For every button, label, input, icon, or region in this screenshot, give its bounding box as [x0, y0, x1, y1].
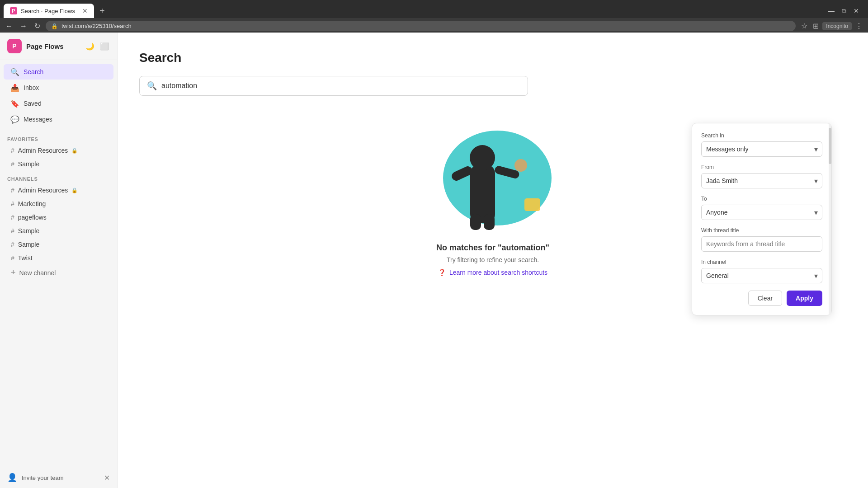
nav-item-inbox[interactable]: 📥 Inbox: [4, 80, 113, 95]
invite-icon: 👤: [7, 473, 17, 483]
channel-twist-label: Twist: [18, 254, 33, 262]
address-bar[interactable]: 🔒 twist.com/a/225310/search: [46, 21, 796, 31]
hashtag-icon-admin: #: [11, 187, 14, 194]
page-title: Search: [139, 51, 846, 65]
channel-item-sample1[interactable]: # Sample: [4, 225, 113, 237]
nav-item-saved-label: Saved: [24, 100, 42, 107]
address-text: twist.com/a/225310/search: [61, 23, 132, 29]
new-channel-label: New channel: [19, 269, 56, 277]
with-thread-title-label: With thread title: [701, 227, 822, 234]
main-content: Search 🔍 automation: [118, 33, 868, 488]
svg-point-3: [470, 145, 495, 170]
lock-icon: 🔒: [51, 23, 58, 29]
channel-item-marketing[interactable]: # Marketing: [4, 197, 113, 210]
add-channel-icon: +: [11, 268, 16, 277]
nav-item-inbox-label: Inbox: [24, 84, 39, 91]
channel-marketing-label: Marketing: [18, 200, 46, 207]
lock-icon-admin: 🔒: [71, 188, 78, 193]
search-nav-icon: 🔍: [11, 68, 19, 76]
forward-button[interactable]: →: [18, 20, 29, 32]
scrollbar-track: [829, 123, 831, 315]
channel-sample2-label: Sample: [18, 241, 39, 248]
channel-admin-resources-label: Admin Resources: [18, 187, 68, 194]
to-label: To: [701, 196, 822, 202]
saved-nav-icon: 🔖: [11, 99, 19, 108]
search-input-value[interactable]: automation: [161, 82, 197, 90]
theme-toggle-button[interactable]: 🌙: [85, 41, 95, 52]
svg-point-6: [514, 159, 527, 172]
tabs-bar: P Search · Page Flows ✕ + — ⧉ ✕: [0, 0, 868, 18]
apply-button[interactable]: Apply: [787, 291, 822, 306]
in-channel-select-wrapper: General Admin Resources Marketing pagefl…: [701, 268, 822, 283]
from-select[interactable]: Jada Smith Anyone: [701, 173, 822, 188]
favorite-item-sample[interactable]: # Sample: [4, 158, 113, 170]
layout-button[interactable]: ⬜: [99, 41, 110, 52]
sidebar-nav: 🔍 Search 📥 Inbox 🔖 Saved 💬 Messages: [0, 60, 117, 131]
reload-button[interactable]: ↻: [33, 20, 42, 32]
app-container: P Page Flows 🌙 ⬜ 🔍 Search 📥 Inbox 🔖 Save…: [0, 33, 868, 488]
svg-rect-1: [524, 198, 540, 211]
to-select[interactable]: Anyone: [701, 205, 822, 220]
favorite-sample-label: Sample: [18, 160, 39, 168]
workspace-name: Page Flows: [26, 42, 80, 50]
channel-item-admin-resources[interactable]: # Admin Resources 🔒: [4, 184, 113, 197]
sidebar: P Page Flows 🌙 ⬜ 🔍 Search 📥 Inbox 🔖 Save…: [0, 33, 118, 488]
favorite-item-admin-resources[interactable]: # Admin Resources 🔒: [4, 144, 113, 157]
hashtag-icon: #: [11, 147, 14, 154]
restore-button[interactable]: ⧉: [840, 5, 848, 17]
svg-rect-8: [484, 214, 495, 230]
search-bar-container[interactable]: 🔍 automation: [139, 76, 528, 96]
new-channel-button[interactable]: + New channel: [4, 265, 113, 280]
to-select-wrapper: Anyone: [701, 205, 822, 220]
in-channel-label: In channel: [701, 259, 822, 265]
channel-item-sample2[interactable]: # Sample: [4, 238, 113, 251]
channel-sample1-label: Sample: [18, 227, 39, 235]
search-in-select-wrapper: Messages only All content Threads only: [701, 141, 822, 157]
menu-button[interactable]: ⋮: [854, 20, 864, 32]
svg-rect-7: [470, 214, 481, 230]
invite-text: Invite your team: [22, 474, 99, 481]
filter-actions: Clear Apply: [701, 291, 822, 306]
learn-more-link[interactable]: ❓ Learn more about search shortcuts: [438, 269, 547, 276]
filter-panel: Search in Messages only All content Thre…: [692, 123, 832, 315]
hashtag-icon-sample2: #: [11, 241, 14, 248]
extension-button[interactable]: ⊞: [811, 20, 821, 32]
incognito-badge: Incognito: [822, 22, 852, 30]
hashtag-icon-twist: #: [11, 254, 14, 262]
invite-bar: 👤 Invite your team ✕: [0, 467, 117, 488]
nav-actions: ☆ ⊞ Incognito ⋮: [799, 20, 864, 32]
scrollbar-thumb[interactable]: [829, 128, 831, 164]
illustration-svg: [420, 128, 565, 232]
workspace-header: P Page Flows 🌙 ⬜: [0, 33, 117, 60]
favorite-admin-resources-label: Admin Resources: [18, 147, 68, 154]
browser-chrome: P Search · Page Flows ✕ + — ⧉ ✕ ← → ↻ 🔒 …: [0, 0, 868, 33]
inbox-nav-icon: 📥: [11, 84, 19, 92]
help-icon: ❓: [438, 269, 446, 276]
hashtag-icon-pageflows: #: [11, 214, 14, 221]
search-in-select[interactable]: Messages only All content Threads only: [701, 141, 822, 157]
in-channel-select[interactable]: General Admin Resources Marketing pagefl…: [701, 268, 822, 283]
search-in-label: Search in: [701, 132, 822, 139]
minimize-button[interactable]: —: [826, 5, 836, 16]
clear-button[interactable]: Clear: [748, 291, 782, 306]
nav-item-messages-label: Messages: [24, 116, 52, 123]
channel-item-twist[interactable]: # Twist: [4, 252, 113, 264]
channel-pageflows-label: pageflows: [18, 214, 47, 221]
nav-item-messages[interactable]: 💬 Messages: [4, 112, 113, 127]
no-results-title: No matches for "automation": [436, 243, 549, 253]
nav-item-search[interactable]: 🔍 Search: [4, 64, 113, 80]
hashtag-icon-sample-fav: #: [11, 160, 14, 168]
channels-section-header: Channels: [0, 171, 117, 183]
nav-item-search-label: Search: [24, 68, 43, 75]
workspace-avatar: P: [7, 39, 22, 53]
tab-close-button[interactable]: ✕: [82, 8, 88, 14]
back-button[interactable]: ←: [4, 20, 14, 32]
thread-title-input[interactable]: [701, 236, 822, 252]
bookmark-button[interactable]: ☆: [799, 20, 809, 32]
invite-close-button[interactable]: ✕: [104, 474, 110, 482]
nav-item-saved[interactable]: 🔖 Saved: [4, 96, 113, 111]
new-tab-button[interactable]: +: [96, 4, 108, 18]
close-button[interactable]: ✕: [852, 5, 861, 16]
channel-item-pageflows[interactable]: # pageflows: [4, 211, 113, 224]
active-tab[interactable]: P Search · Page Flows ✕: [4, 4, 94, 18]
